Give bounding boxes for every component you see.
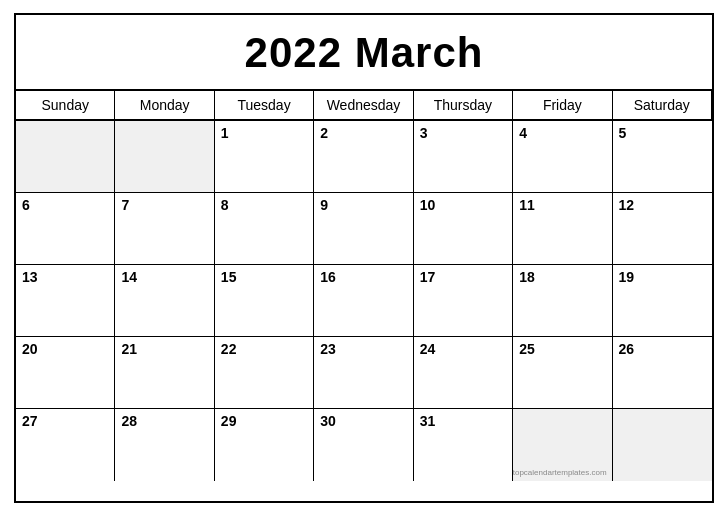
day-cell — [613, 409, 712, 481]
day-cell: 3 — [414, 121, 513, 193]
day-cell: 27 — [16, 409, 115, 481]
header-monday: Monday — [115, 91, 214, 121]
day-cell: 23 — [314, 337, 413, 409]
header-tuesday: Tuesday — [215, 91, 314, 121]
day-cell: 15 — [215, 265, 314, 337]
day-cell: 5 — [613, 121, 712, 193]
day-cell: 28 — [115, 409, 214, 481]
day-cell: 8 — [215, 193, 314, 265]
header-friday: Friday — [513, 91, 612, 121]
calendar-title: 2022 March — [16, 15, 712, 91]
day-cell: 6 — [16, 193, 115, 265]
day-cell: 1 — [215, 121, 314, 193]
day-cell: 10 — [414, 193, 513, 265]
day-cell: 22 — [215, 337, 314, 409]
day-cell: 17 — [414, 265, 513, 337]
day-cell: 4 — [513, 121, 612, 193]
day-cell: 31 — [414, 409, 513, 481]
calendar-grid: Sunday Monday Tuesday Wednesday Thursday… — [16, 91, 712, 481]
day-cell — [115, 121, 214, 193]
calendar: 2022 March Sunday Monday Tuesday Wednesd… — [14, 13, 714, 503]
header-thursday: Thursday — [414, 91, 513, 121]
header-wednesday: Wednesday — [314, 91, 413, 121]
header-saturday: Saturday — [613, 91, 712, 121]
day-cell — [16, 121, 115, 193]
day-cell: 9 — [314, 193, 413, 265]
day-cell: 19 — [613, 265, 712, 337]
day-cell: 7 — [115, 193, 214, 265]
watermark: topcalendartemplates.com — [513, 468, 607, 477]
day-cell: 16 — [314, 265, 413, 337]
day-cell: 2 — [314, 121, 413, 193]
day-cell: 11 — [513, 193, 612, 265]
day-cell: 21 — [115, 337, 214, 409]
day-cell: 12 — [613, 193, 712, 265]
day-cell: 20 — [16, 337, 115, 409]
day-cell: 29 — [215, 409, 314, 481]
day-cell: 30 — [314, 409, 413, 481]
header-sunday: Sunday — [16, 91, 115, 121]
day-cell: 14 — [115, 265, 214, 337]
day-cell: 26 — [613, 337, 712, 409]
day-cell: 13 — [16, 265, 115, 337]
day-cell: topcalendartemplates.com — [513, 409, 612, 481]
day-cell: 24 — [414, 337, 513, 409]
day-cell: 18 — [513, 265, 612, 337]
day-cell: 25 — [513, 337, 612, 409]
